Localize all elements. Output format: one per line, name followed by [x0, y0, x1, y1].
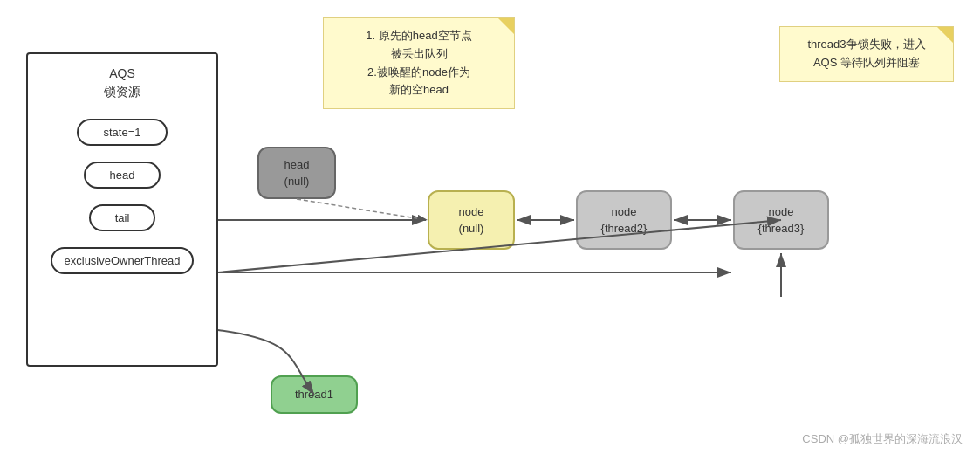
aqs-box: AQS 锁资源 state=1 head tail exclusiveOwner… — [26, 52, 218, 367]
node-thread1: thread1 — [271, 375, 358, 414]
note-box-2: thread3争锁失败，进入 AQS 等待队列并阻塞 — [779, 26, 954, 82]
node-head-null: head (null) — [257, 147, 336, 199]
node-thread3: node {thread3} — [733, 190, 829, 250]
aqs-field-state: state=1 — [77, 119, 167, 146]
watermark: CSDN @孤独世界的深海流浪汉 — [802, 431, 963, 447]
node-thread2: node {thread2} — [576, 190, 672, 250]
aqs-fields: state=1 head tail exclusiveOwnerThread — [28, 119, 216, 274]
diagram: AQS 锁资源 state=1 head tail exclusiveOwner… — [0, 0, 980, 461]
aqs-title: AQS 锁资源 — [28, 54, 216, 101]
node-null: node (null) — [428, 190, 515, 250]
aqs-field-owner: exclusiveOwnerThread — [51, 247, 195, 274]
aqs-field-head: head — [84, 162, 161, 189]
note-box-1: 1. 原先的head空节点 被丢出队列 2.被唤醒的node作为 新的空head — [323, 17, 515, 109]
aqs-field-tail: tail — [89, 204, 156, 231]
svg-line-6 — [297, 199, 428, 220]
